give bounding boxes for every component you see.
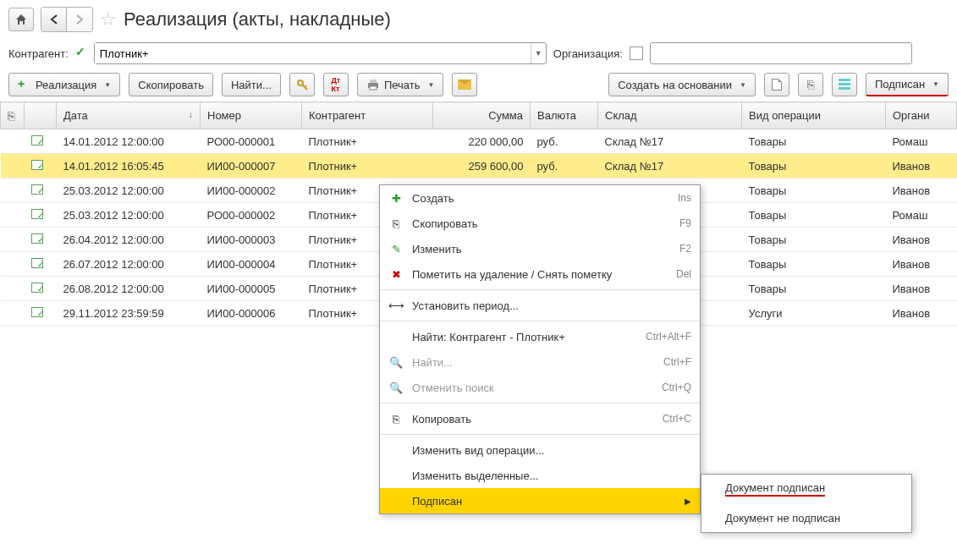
col-icon[interactable] [25,102,57,129]
cell-optype: Услуги [742,301,886,326]
period-icon: ⟷ [388,299,404,312]
col-warehouse[interactable]: Склад [598,102,742,129]
cell-number: РО00-000002 [201,203,302,228]
doc-button[interactable] [764,73,789,96]
sub-doc-signed[interactable]: Документ подписан [701,475,911,503]
plus-icon: ✚ [388,192,404,205]
separator [380,289,700,290]
home-button[interactable] [8,8,34,31]
cell-date: 25.03.2012 12:00:00 [57,203,201,228]
chevron-right-icon: ▶ [685,497,691,506]
doc-status-icon [31,184,43,195]
cell-org: Ромаш [886,129,957,154]
cell-optype: Товары [742,252,886,277]
doc-status-icon [31,307,43,317]
table-row[interactable]: 14.01.2012 16:05:45 ИИ00-000007 Плотник+… [1,154,957,178]
sort-down-icon: ↓ [189,109,194,119]
table-row[interactable]: 14.01.2012 12:00:00 РО00-000001 Плотник+… [1,129,957,154]
cell-number: ИИ00-000007 [201,154,302,178]
org-checkbox[interactable] [630,47,643,60]
sub-doc-not-signed[interactable]: Документ не подписан [701,503,911,532]
doc-status-icon [31,160,43,170]
col-currency[interactable]: Валюта [531,102,598,129]
col-counterparty[interactable]: Контрагент [302,102,433,129]
forward-button[interactable] [67,8,92,31]
col-org[interactable]: Органи [886,102,957,129]
ctx-signed[interactable]: Подписан▶ [380,488,700,513]
dt-kt-button[interactable]: ДтКт [323,73,349,96]
signed-button[interactable]: Подписан [866,73,949,96]
org-label: Организация: [553,47,623,60]
realization-button[interactable]: + Реализация [8,73,120,96]
find-button[interactable]: Найти... [222,73,281,96]
doc-icon [772,79,782,91]
col-number[interactable]: Номер [201,102,302,129]
ctx-change-optype[interactable]: Изменить вид операции... [380,437,700,463]
ctx-copy-clipboard[interactable]: ⎘КопироватьCtrl+C [380,406,700,431]
cell-date: 25.03.2012 12:00:00 [57,178,201,203]
doc-status-icon [31,209,43,219]
cell-number: ИИ00-000004 [201,252,302,277]
context-menu: ✚СоздатьIns ⎘СкопироватьF9 ✎ИзменитьF2 ✖… [379,184,701,514]
ctx-find[interactable]: 🔍Найти...Ctrl+F [380,349,700,375]
cell-org: Иванов [886,178,957,203]
cell-warehouse: Склад №17 [598,154,742,178]
ctx-edit[interactable]: ✎ИзменитьF2 [380,236,700,261]
back-button[interactable] [41,8,67,31]
cell-org: Иванов [886,301,957,326]
clip-icon: ⎘ [807,78,814,91]
separator [380,434,700,435]
counterparty-input[interactable] [95,43,531,63]
cell-optype: Товары [742,178,886,203]
cell-number: ИИ00-000006 [201,301,302,326]
cell-number: ИИ00-000005 [201,277,302,301]
nav-group [41,7,93,32]
dt-kt-icon: ДтКт [331,76,340,93]
col-date[interactable]: Дата↓ [57,102,201,129]
cell-currency: руб. [531,129,598,154]
col-optype[interactable]: Вид операции [742,102,886,129]
ctx-period[interactable]: ⟷Установить период... [380,293,700,318]
counterparty-combo[interactable]: ▼ [94,42,547,64]
doc-status-icon [31,233,43,244]
ctx-create[interactable]: ✚СоздатьIns [380,185,700,211]
mail-button[interactable] [452,73,477,96]
copy-button[interactable]: Скопировать [129,73,213,96]
clip-icon: ⎘ [8,109,14,123]
cell-date: 26.07.2012 12:00:00 [57,252,201,277]
clip-button[interactable]: ⎘ [798,73,823,96]
ctx-find-cp[interactable]: Найти: Контрагент - Плотник+Ctrl+Alt+F [380,324,700,349]
cell-number: ИИ00-000002 [201,178,302,203]
check-green-icon[interactable] [75,47,87,59]
ctx-change-selected[interactable]: Изменить выделенные... [380,463,700,488]
separator [380,321,700,321]
cell-number: РО00-000001 [201,129,302,154]
signed-submenu: Документ подписан Документ не подписан [701,474,912,533]
copy-icon: ⎘ [388,413,404,425]
cell-currency: руб. [531,154,598,178]
mail-icon [458,80,471,90]
ctx-copy[interactable]: ⎘СкопироватьF9 [380,211,700,236]
svg-rect-3 [370,86,377,90]
col-sum[interactable]: Сумма [433,102,531,129]
org-input[interactable] [650,42,912,64]
cell-date: 14.01.2012 12:00:00 [57,129,201,154]
cell-org: Иванов [886,228,957,252]
cell-optype: Товары [742,277,886,301]
print-button[interactable]: Печать [357,73,444,96]
search-key-button[interactable] [289,73,315,96]
col-clip[interactable]: ⎘ [1,102,25,129]
counterparty-dropdown-button[interactable]: ▼ [531,43,546,63]
counterparty-label: Контрагент: [8,47,69,60]
copy-icon: ⎘ [388,217,404,230]
favorite-star-icon[interactable]: ☆ [100,8,117,30]
rows-button[interactable] [832,73,857,96]
cell-optype: Товары [742,154,886,178]
cell-optype: Товары [742,129,886,154]
ctx-mark-delete[interactable]: ✖Пометить на удаление / Снять пометкуDel [380,261,700,287]
cell-date: 26.04.2012 12:00:00 [57,228,201,252]
rows-icon [839,79,850,91]
x-icon: ✖ [388,268,404,281]
ctx-cancel-find[interactable]: 🔍Отменить поискCtrl+Q [380,375,700,400]
create-based-button[interactable]: Создать на основании [608,73,756,96]
